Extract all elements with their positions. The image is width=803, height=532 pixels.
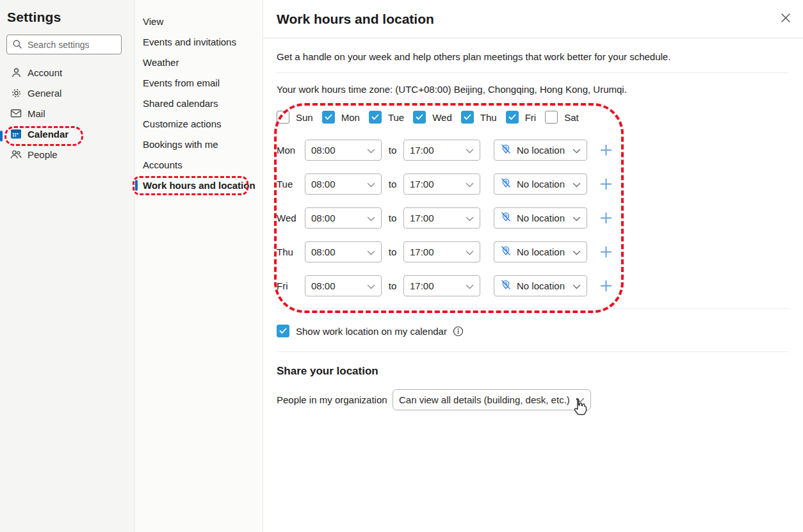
nav-item-events-and-invitations[interactable]: Events and invitations <box>135 31 263 52</box>
work-hours-row-mon: Mon 08:00 to 17:00 No location <box>277 140 789 161</box>
calendar-settings-nav: View Events and invitations Weather Even… <box>134 0 263 532</box>
chevron-down-icon <box>367 213 375 223</box>
chevron-down-icon <box>367 246 375 257</box>
day-checkbox-sun[interactable]: Sun <box>277 111 313 124</box>
end-time-dropdown[interactable]: 17:00 <box>403 275 480 296</box>
settings-window: Settings Account General <box>0 0 803 532</box>
page-title: Work hours and location <box>277 12 434 27</box>
location-dropdown[interactable]: No location <box>494 173 587 195</box>
day-checkbox-sat[interactable]: Sat <box>545 111 579 124</box>
start-time-dropdown[interactable]: 08:00 <box>305 173 382 195</box>
nav-item-view[interactable]: View <box>135 11 263 31</box>
org-share-row: People in my organization Can view all d… <box>277 389 789 410</box>
add-time-slot-button[interactable] <box>598 278 614 294</box>
location-dropdown[interactable]: No location <box>494 207 587 229</box>
checkbox-checked <box>277 325 289 337</box>
day-checkbox-mon[interactable]: Mon <box>322 111 360 124</box>
location-off-icon <box>500 245 512 259</box>
sidebar-item-label: Mail <box>28 108 45 119</box>
work-hours-row-tue: Tue 08:00 to 17:00 No location <box>277 173 789 195</box>
calendar-selection-indicator <box>0 131 3 141</box>
settings-sidebar: Settings Account General <box>0 0 134 532</box>
start-time-dropdown[interactable]: 08:00 <box>305 275 382 296</box>
calendar-icon <box>10 128 22 140</box>
close-icon <box>780 12 791 26</box>
sidebar-item-mail[interactable]: Mail <box>0 103 134 124</box>
to-label: to <box>388 213 397 223</box>
day-checkbox-thu[interactable]: Thu <box>461 111 497 124</box>
sidebar-item-label: General <box>28 88 61 99</box>
nav-item-events-from-email[interactable]: Events from email <box>135 72 263 93</box>
sidebar-item-label: Account <box>28 67 62 78</box>
location-dropdown[interactable]: No location <box>494 140 587 161</box>
sidebar-item-account[interactable]: Account <box>0 62 134 83</box>
add-time-slot-button[interactable] <box>598 244 614 260</box>
checkbox-checked <box>413 111 426 124</box>
end-time-dropdown[interactable]: 17:00 <box>403 207 480 229</box>
show-location-checkbox[interactable]: Show work location on my calendar <box>277 325 447 337</box>
search-input[interactable] <box>6 35 122 54</box>
sidebar-item-people[interactable]: People <box>0 144 134 165</box>
settings-title: Settings <box>0 0 134 25</box>
nav-item-customize-actions[interactable]: Customize actions <box>135 113 263 134</box>
to-label: to <box>388 280 397 291</box>
start-time-dropdown[interactable]: 08:00 <box>305 140 382 161</box>
search-box <box>6 35 128 54</box>
add-time-slot-button[interactable] <box>598 142 614 158</box>
sidebar-item-calendar[interactable]: Calendar <box>0 124 134 144</box>
work-hours-row-wed: Wed 08:00 to 17:00 No location <box>277 207 789 229</box>
divider <box>277 351 789 352</box>
day-checkbox-wed[interactable]: Wed <box>413 111 452 124</box>
end-time-dropdown[interactable]: 17:00 <box>403 140 480 161</box>
location-dropdown[interactable]: No location <box>494 275 587 296</box>
work-days-row: Sun Mon Tue Wed Thu <box>277 111 789 124</box>
org-share-label: People in my organization <box>277 394 393 405</box>
day-checkbox-tue[interactable]: Tue <box>369 111 404 124</box>
panel-body: Get a handle on your week and help other… <box>263 51 803 410</box>
sidebar-item-label: Calendar <box>28 129 69 140</box>
work-hours-selection-indicator <box>135 180 138 191</box>
nav-item-work-hours-and-location[interactable]: Work hours and location <box>135 175 263 195</box>
checkbox-checked <box>322 111 335 124</box>
share-location-heading: Share your location <box>277 365 789 378</box>
to-label: to <box>388 246 397 257</box>
start-time-dropdown[interactable]: 08:00 <box>305 207 382 229</box>
location-dropdown[interactable]: No location <box>494 241 587 262</box>
chevron-down-icon <box>466 145 474 156</box>
add-time-slot-button[interactable] <box>598 176 614 192</box>
row-day-label: Mon <box>277 145 305 156</box>
search-icon <box>12 39 22 52</box>
people-icon <box>10 149 22 160</box>
day-checkbox-fri[interactable]: Fri <box>506 111 537 124</box>
end-time-dropdown[interactable]: 17:00 <box>403 241 480 262</box>
mail-icon <box>10 108 22 119</box>
row-day-label: Tue <box>277 179 305 189</box>
to-label: to <box>388 145 397 156</box>
work-hours-row-thu: Thu 08:00 to 17:00 No location <box>277 241 789 262</box>
chevron-down-icon <box>466 280 474 291</box>
location-off-icon <box>500 211 512 225</box>
divider <box>277 72 789 73</box>
chevron-down-icon <box>367 179 375 189</box>
timezone-text: Your work hours time zone: (UTC+08:00) B… <box>277 84 789 95</box>
row-day-label: Fri <box>277 280 305 291</box>
info-icon[interactable] <box>453 326 464 337</box>
nav-item-accounts[interactable]: Accounts <box>135 154 263 175</box>
start-time-dropdown[interactable]: 08:00 <box>305 241 382 262</box>
gear-icon <box>10 87 22 99</box>
sidebar-item-general[interactable]: General <box>0 83 134 103</box>
add-time-slot-button[interactable] <box>598 210 614 226</box>
chevron-down-icon <box>466 246 474 257</box>
org-share-dropdown[interactable]: Can view all details (building, desk, et… <box>393 389 591 410</box>
nav-item-bookings-with-me[interactable]: Bookings with me <box>135 134 263 154</box>
panel-header: Work hours and location <box>263 0 803 38</box>
chevron-down-icon <box>572 280 581 291</box>
end-time-dropdown[interactable]: 17:00 <box>403 173 480 195</box>
nav-item-shared-calendars[interactable]: Shared calendars <box>135 93 263 113</box>
person-icon <box>10 67 22 78</box>
show-location-row: Show work location on my calendar <box>277 325 789 337</box>
close-button[interactable] <box>777 10 794 28</box>
row-day-label: Wed <box>277 213 305 223</box>
description-text: Get a handle on your week and help other… <box>277 51 789 62</box>
nav-item-weather[interactable]: Weather <box>135 52 263 72</box>
